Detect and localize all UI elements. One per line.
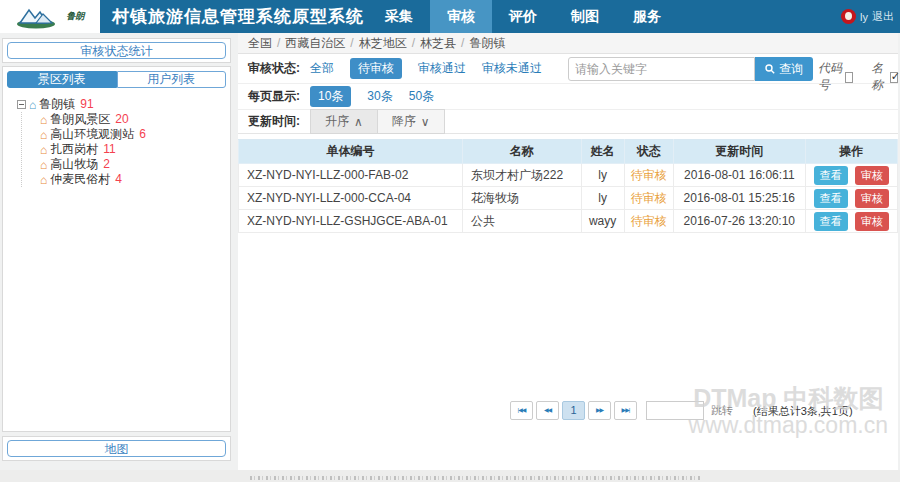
review-button[interactable]: 审核	[855, 166, 889, 185]
nav-item-collect[interactable]: 采集	[368, 0, 430, 33]
first-page-button[interactable]: |◀◀	[510, 401, 533, 420]
pagesize-option-10[interactable]: 10条	[310, 86, 351, 107]
breadcrumb-town[interactable]: 鲁朗镇	[469, 36, 505, 50]
cell-actions: 查看 审核	[805, 164, 897, 187]
breadcrumb-separator: /	[350, 36, 353, 50]
review-button[interactable]: 审核	[855, 212, 889, 231]
scenic-list-panel: 景区列表 用户列表 ⌂ 鲁朗镇 91 ⌂ 鲁朗风景区 20 ⌂ 高山环境观测站 …	[2, 66, 231, 432]
breadcrumb-separator: /	[412, 36, 415, 50]
logout-link[interactable]: 退出	[872, 9, 894, 24]
pagesize-option-30[interactable]: 30条	[367, 88, 392, 105]
search-input[interactable]	[568, 57, 755, 81]
tree-node[interactable]: ⌂ 高山牧场 2	[40, 157, 226, 172]
review-button[interactable]: 审核	[855, 189, 889, 208]
view-button[interactable]: 查看	[814, 166, 848, 185]
view-button[interactable]: 查看	[814, 212, 848, 231]
tree-node[interactable]: ⌂ 鲁朗风景区 20	[40, 112, 226, 127]
search-icon	[765, 64, 775, 74]
cell-name: 公共	[463, 210, 582, 233]
status-option-rejected[interactable]: 审核未通过	[482, 60, 542, 77]
column-header-name: 名称	[463, 140, 582, 164]
tree-node[interactable]: ⌂ 高山环境观测站 6	[40, 127, 226, 142]
prev-page-button[interactable]: ◀◀	[536, 401, 559, 420]
name-checkbox[interactable]	[890, 72, 898, 83]
code-checkbox[interactable]	[845, 72, 853, 83]
tree-children: ⌂ 鲁朗风景区 20 ⌂ 高山环境观测站 6 ⌂ 扎西岗村 11 ⌂ 高山牧场 …	[21, 112, 226, 187]
sort-descending-button[interactable]: 降序 ∨	[378, 109, 445, 134]
cell-code: XZ-NYD-NYI-LLZ-GSHJGCE-ABA-01	[239, 210, 463, 233]
table-header-row: 单体编号 名称 姓名 状态 更新时间 操作	[239, 140, 898, 164]
status-badge: 待审核	[624, 187, 673, 210]
nav-item-evaluate[interactable]: 评价	[492, 0, 554, 33]
scenic-tree: ⌂ 鲁朗镇 91 ⌂ 鲁朗风景区 20 ⌂ 高山环境观测站 6 ⌂ 扎西岗村 1…	[7, 97, 226, 187]
house-icon: ⌂	[40, 159, 47, 171]
top-header: 鲁朗 村镇旅游信息管理系统原型系统 采集 审核 评价 制图 服务 ly 退出	[0, 0, 900, 33]
tree-node-root[interactable]: ⌂ 鲁朗镇 91	[17, 97, 226, 112]
house-icon: ⌂	[40, 144, 47, 156]
cell-name: 东坝才村广场222	[463, 164, 582, 187]
cell-updated: 2016-08-01 16:06:11	[673, 164, 805, 187]
breadcrumb-county[interactable]: 林芝县	[420, 36, 456, 50]
review-status-stats-button[interactable]: 审核状态统计	[7, 42, 226, 59]
column-header-user: 姓名	[581, 140, 624, 164]
tree-node-label[interactable]: 高山环境观测站	[50, 127, 134, 142]
cell-user: ly	[581, 187, 624, 210]
user-avatar[interactable]	[841, 9, 856, 24]
map-button[interactable]: 地图	[7, 440, 226, 457]
tree-node[interactable]: ⌂ 扎西岗村 11	[40, 142, 226, 157]
tree-node-label[interactable]: 鲁朗风景区	[50, 112, 110, 127]
page-jump-input[interactable]	[646, 401, 704, 420]
tab-user-list[interactable]: 用户列表	[117, 71, 227, 88]
stats-panel: 审核状态统计	[2, 38, 231, 63]
cell-actions: 查看 审核	[805, 187, 897, 210]
table-row: XZ-NYD-NYI-LLZ-000-CCA-04 花海牧场 ly 待审核 20…	[239, 187, 898, 210]
map-panel: 地图	[2, 436, 231, 461]
view-button[interactable]: 查看	[814, 189, 848, 208]
cell-user: ly	[581, 164, 624, 187]
footer-fineprint	[250, 476, 700, 480]
pagesize-option-50[interactable]: 50条	[409, 88, 434, 105]
cell-updated: 2016-07-26 13:20:10	[673, 210, 805, 233]
tree-node-label[interactable]: 高山牧场	[50, 157, 98, 172]
pagination: |◀◀ ◀◀ 1 ▶▶ ▶▶| 跳转	[510, 401, 733, 420]
user-area: ly 退出	[841, 0, 894, 33]
current-page-button[interactable]: 1	[562, 401, 585, 420]
nav-item-review[interactable]: 审核	[430, 0, 492, 33]
page-title: 村镇旅游信息管理系统原型系统	[112, 0, 364, 33]
tab-scenic-list[interactable]: 景区列表	[7, 71, 117, 88]
house-icon: ⌂	[40, 174, 47, 186]
status-option-all[interactable]: 全部	[310, 60, 334, 77]
nav-item-mapping[interactable]: 制图	[554, 0, 616, 33]
last-page-button[interactable]: ▶▶|	[614, 401, 637, 420]
sort-row: 更新时间: 升序 ∧ 降序 ∨	[238, 110, 898, 134]
tree-node-count: 91	[80, 97, 93, 112]
breadcrumb-prefecture[interactable]: 林芝地区	[359, 36, 407, 50]
next-page-button[interactable]: ▶▶	[588, 401, 611, 420]
sort-ascending-button[interactable]: 升序 ∧	[310, 109, 378, 134]
breadcrumb-region[interactable]: 西藏自治区	[285, 36, 345, 50]
tree-node-label[interactable]: 扎西岗村	[50, 142, 98, 157]
status-filter-label: 审核状态:	[248, 60, 300, 77]
chevron-down-icon: ∨	[421, 115, 430, 129]
cell-code: XZ-NYD-NYI-LLZ-000-FAB-02	[239, 164, 463, 187]
status-option-pending[interactable]: 待审核	[350, 58, 402, 79]
nav-item-service[interactable]: 服务	[616, 0, 678, 33]
breadcrumb-country[interactable]: 全国	[248, 36, 272, 50]
user-name: ly	[860, 11, 868, 23]
table-row: XZ-NYD-NYI-LLZ-000-FAB-02 东坝才村广场222 ly 待…	[239, 164, 898, 187]
tree-node[interactable]: ⌂ 仲麦民俗村 4	[40, 172, 226, 187]
page-jump-button[interactable]: 跳转	[711, 403, 733, 418]
logo-script-text: 鲁朗	[67, 10, 85, 23]
tree-node-count: 11	[103, 142, 115, 157]
app-logo: 鲁朗	[0, 0, 100, 33]
sidebar-tabs: 景区列表 用户列表	[7, 71, 226, 88]
search-button[interactable]: 查询	[755, 57, 813, 81]
tree-node-label[interactable]: 鲁朗镇	[39, 97, 75, 112]
status-option-approved[interactable]: 审核通过	[418, 60, 466, 77]
sort-desc-label: 降序	[392, 113, 416, 130]
collapse-icon[interactable]	[17, 100, 26, 109]
main-nav: 采集 审核 评价 制图 服务	[368, 0, 678, 33]
breadcrumb-separator: /	[277, 36, 280, 50]
tree-node-label[interactable]: 仲麦民俗村	[50, 172, 110, 187]
sort-asc-label: 升序	[325, 113, 349, 130]
